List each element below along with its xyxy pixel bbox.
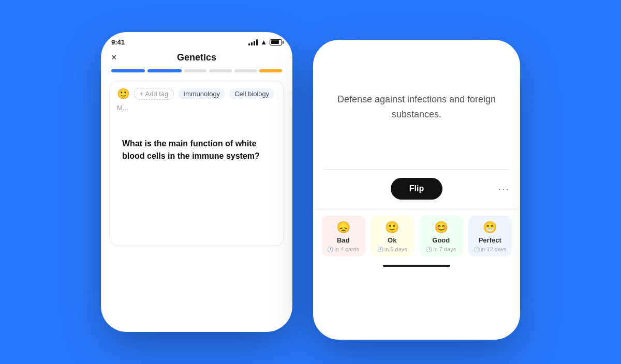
clock-icon-ok: 🕐 (377, 247, 383, 252)
progress-seg-4 (209, 69, 232, 72)
more-options-button[interactable]: ··· (498, 183, 510, 195)
status-time: 9:41 (111, 38, 125, 46)
progress-seg-6 (259, 69, 282, 72)
progress-seg-5 (234, 69, 257, 72)
ok-label: Ok (388, 236, 396, 244)
battery-icon (270, 39, 282, 46)
tag-more[interactable]: M... (117, 104, 128, 112)
progress-seg-1 (111, 69, 145, 72)
perfect-emoji: 😁 (483, 221, 497, 234)
good-time: 🕐 in 7 days (426, 246, 456, 252)
perfect-label: Perfect (479, 236, 501, 244)
tag-immunology[interactable]: Immunology (178, 88, 225, 99)
bad-emoji: 😞 (336, 221, 350, 234)
signal-icon (248, 39, 258, 46)
progress-bar (101, 69, 292, 81)
home-bar (383, 265, 450, 267)
phone-header: × Genetics (101, 48, 292, 69)
close-button[interactable]: × (111, 52, 117, 63)
flip-button[interactable]: Flip (391, 178, 442, 200)
card-answer: Defense against infections and foreign s… (329, 92, 505, 122)
perfect-time: 🕐 in 12 days (474, 246, 507, 252)
add-tag-label: + Add tag (140, 90, 168, 98)
rating-row: 😞 Bad 🕐 in 4 cards 🙂 Ok 🕐 in 5 days 😊 Go… (313, 208, 520, 261)
good-label: Good (432, 236, 450, 244)
notch-right (386, 40, 448, 52)
clock-icon-good: 🕐 (426, 247, 432, 252)
status-icons: ▲ (248, 38, 282, 46)
notch (166, 32, 228, 44)
deck-title: Genetics (177, 52, 216, 63)
progress-seg-3 (184, 69, 207, 72)
right-phone: Defense against infections and foreign s… (313, 40, 520, 340)
tag-cell-biology[interactable]: Cell biology (229, 88, 274, 99)
rating-good-button[interactable]: 😊 Good 🕐 in 7 days (419, 216, 463, 256)
tag-row: 🙂 + Add tag Immunology Cell biology M... (117, 87, 276, 112)
wifi-icon: ▲ (260, 38, 267, 46)
ok-time: 🕐 in 5 days (377, 246, 407, 252)
phones-container: 9:41 ▲ × Genetics (101, 24, 520, 340)
clock-icon-perfect: 🕐 (474, 247, 480, 252)
card-answer-area: Defense against infections and foreign s… (313, 40, 520, 169)
bad-label: Bad (337, 236, 350, 244)
add-tag-button[interactable]: + Add tag (134, 88, 174, 100)
rating-ok-button[interactable]: 🙂 Ok 🕐 in 5 days (371, 216, 415, 256)
rating-perfect-button[interactable]: 😁 Perfect 🕐 in 12 days (468, 216, 512, 256)
rating-bad-button[interactable]: 😞 Bad 🕐 in 4 cards (321, 216, 365, 256)
flashcard-front: 🙂 + Add tag Immunology Cell biology M...… (109, 81, 284, 246)
left-phone: 9:41 ▲ × Genetics (101, 32, 292, 332)
clock-icon: 🕐 (327, 247, 333, 252)
progress-seg-2 (147, 69, 181, 72)
card-question: What is the main function of white blood… (117, 122, 276, 168)
flip-row: Flip ··· (313, 170, 520, 208)
bad-time: 🕐 in 4 cards (327, 246, 359, 252)
ok-emoji: 🙂 (385, 221, 399, 234)
emoji-icon: 🙂 (117, 87, 130, 100)
good-emoji: 😊 (434, 221, 448, 234)
